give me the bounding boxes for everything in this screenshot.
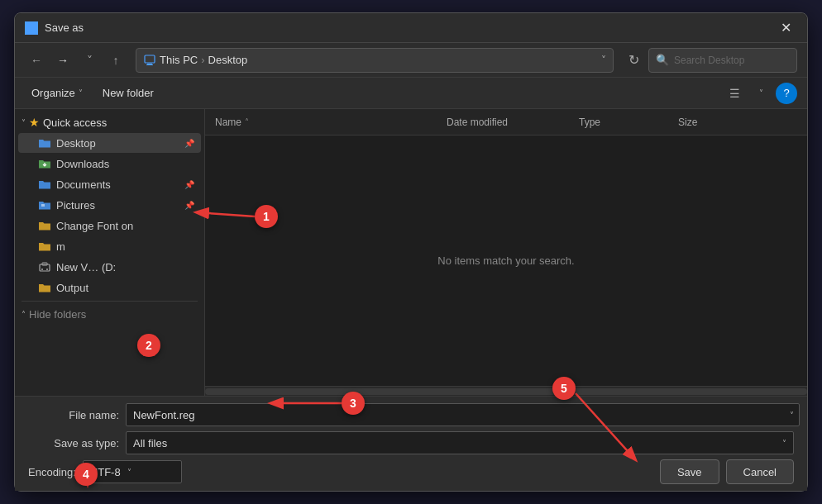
computer-icon [143,54,156,67]
up-button[interactable]: ↑ [104,49,127,72]
forward-button[interactable]: → [51,49,74,72]
address-dropdown-icon[interactable]: ˅ [601,55,606,66]
sidebar-item-desktop-label: Desktop [56,137,179,150]
hide-folders-label: Hide folders [29,308,86,321]
annotation-2: 2 [137,334,160,357]
save-button[interactable]: Save [660,459,719,484]
svg-point-9 [41,269,43,270]
output-folder-icon [38,281,51,294]
quick-access-star-icon: ★ [29,116,40,129]
file-name-row: File name: ˅ [28,403,794,426]
save-type-dropdown[interactable]: All files ˅ [126,431,794,454]
svg-rect-2 [28,27,35,28]
volume-icon [38,260,51,273]
svg-rect-7 [41,204,45,207]
new-folder-button[interactable]: New folder [96,83,160,102]
svg-point-10 [46,269,48,270]
encoding-dropdown-arrow: ˅ [127,468,131,477]
column-size[interactable]: Size [678,116,797,128]
title-bar: Save as ✕ [15,13,807,43]
pin-icon-pictures: 📌 [184,201,194,210]
svg-rect-4 [145,55,155,63]
sidebar-item-newvolume-label: New V… (D: [56,261,194,273]
search-icon: 🔍 [656,54,669,66]
organize-label: Organize [31,87,75,99]
hide-folders-chevron: ˄ [22,310,26,319]
encoding-section: Encoding: UTF-8 ˅ [28,460,653,483]
sidebar-item-desktop[interactable]: Desktop 📌 [18,133,201,153]
file-name-label: File name: [28,409,119,421]
action-bar: Organize ˅ New folder ☰ ˅ ? [15,78,807,109]
column-type[interactable]: Type [579,116,678,128]
view-dropdown-button[interactable]: ˅ [749,82,772,105]
sidebar-item-output-label: Output [56,282,194,294]
file-list-header: Name ˄ Date modified Type Size [205,109,807,136]
save-type-row: Save as type: All files ˅ [28,431,794,454]
svg-rect-6 [146,64,153,65]
sidebar-item-documents[interactable]: Documents 📌 [18,174,201,194]
search-bar[interactable]: 🔍 Search Desktop [648,48,797,73]
file-name-input[interactable] [126,403,800,426]
quick-access-header[interactable]: ˅ ★ Quick access [15,112,204,132]
sidebar-item-pictures[interactable]: Pictures 📌 [18,195,201,215]
sidebar: ˅ ★ Quick access Desktop 📌 [15,109,205,396]
file-name-dropdown-arrow[interactable]: ˅ [790,411,794,420]
annotation-5: 5 [552,377,576,400]
sidebar-separator [22,301,198,302]
desktop-folder-icon [38,136,51,150]
address-path: This PC › Desktop [143,54,598,67]
file-empty-message: No items match your search. [205,136,807,386]
navigation-toolbar: ← → ˅ ↑ This PC › Desktop ˅ ↻ 🔍 Search D… [15,43,807,78]
changefont-folder-icon [38,219,51,232]
help-button[interactable]: ? [776,83,797,104]
sidebar-item-changefont[interactable]: Change Font on [18,216,201,235]
title-bar-left: Save as [25,21,84,35]
cancel-button[interactable]: Cancel [726,459,794,484]
column-date[interactable]: Date modified [447,116,579,128]
organize-button[interactable]: Organize ˅ [25,83,89,102]
save-type-label: Save as type: [28,437,119,449]
pin-icon-documents: 📌 [184,180,194,189]
column-name-label: Name [215,116,241,128]
pin-icon-desktop: 📌 [184,139,194,148]
sidebar-item-changefont-label: Change Font on [56,220,194,232]
sidebar-item-m[interactable]: m [18,236,201,256]
view-button[interactable]: ☰ [723,82,746,105]
sidebar-item-downloads[interactable]: Downloads [18,154,201,174]
sidebar-item-newvolume[interactable]: New V… (D: [18,257,201,277]
annotation-3: 3 [342,392,365,415]
annotation-4: 4 [74,463,98,486]
column-name[interactable]: Name ˄ [215,116,447,128]
annotation-1: 1 [255,205,278,228]
m-folder-icon [38,240,51,253]
sidebar-item-m-label: m [56,240,194,253]
address-bar[interactable]: This PC › Desktop ˅ [136,48,614,73]
bottom-actions: Encoding: UTF-8 ˅ Save Cancel [28,459,794,484]
action-bar-left: Organize ˅ New folder [25,83,160,102]
svg-rect-3 [28,29,32,30]
pictures-folder-icon [38,198,51,212]
empty-message-text: No items match your search. [437,254,574,267]
dropdown-button[interactable]: ˅ [78,49,101,72]
close-button[interactable]: ✕ [774,17,797,40]
back-button[interactable]: ← [25,49,48,72]
documents-folder-icon [38,178,51,191]
quick-access-chevron: ˅ [22,118,26,127]
refresh-button[interactable]: ↻ [622,49,645,72]
file-list: Name ˄ Date modified Type Size No items … [205,109,807,396]
action-bar-right: ☰ ˅ ? [723,82,797,105]
horizontal-scrollbar[interactable] [205,386,807,396]
sidebar-item-pictures-label: Pictures [56,199,179,212]
path-this-pc: This PC [160,54,198,66]
hide-folders-section[interactable]: ˄ Hide folders [15,305,204,324]
svg-rect-1 [28,26,35,26]
main-content: ˅ ★ Quick access Desktop 📌 [15,109,807,396]
downloads-folder-icon [38,157,51,170]
sidebar-item-output[interactable]: Output [18,278,201,297]
save-type-value: All files [133,437,167,449]
dialog-title: Save as [45,21,84,34]
search-placeholder: Search Desktop [674,55,744,66]
sidebar-item-downloads-label: Downloads [56,158,194,170]
sort-arrow-icon: ˄ [245,117,249,126]
path-separator: › [201,54,204,66]
